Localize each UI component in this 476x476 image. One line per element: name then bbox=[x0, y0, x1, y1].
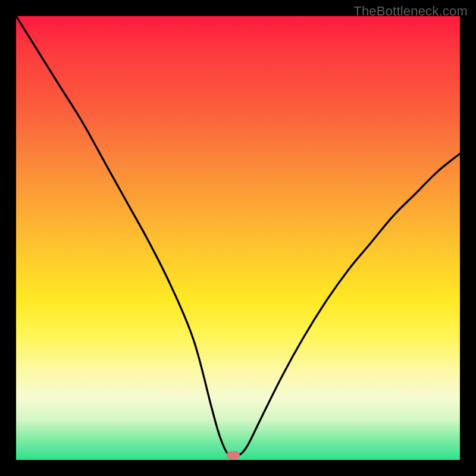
plot-area bbox=[16, 16, 460, 460]
chart-frame: TheBottleneck.com bbox=[0, 0, 476, 476]
watermark-text: TheBottleneck.com bbox=[353, 4, 468, 19]
bottleneck-curve bbox=[16, 16, 460, 460]
minimum-marker bbox=[227, 451, 240, 459]
